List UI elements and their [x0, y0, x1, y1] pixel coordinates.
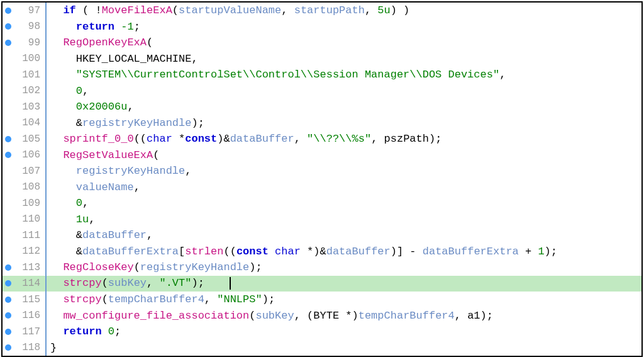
code-line[interactable]: 108 valueName,: [3, 179, 641, 196]
code-line[interactable]: 97 if ( !MoveFileExA(startupValueName, s…: [3, 3, 641, 19]
code-line[interactable]: 109 0,: [3, 195, 641, 212]
line-number: 103: [14, 101, 45, 113]
line-number: 99: [14, 37, 45, 48]
code-content[interactable]: HKEY_LOCAL_MACHINE,: [50, 53, 641, 65]
breakpoint-gutter[interactable]: [3, 23, 14, 30]
breakpoint-gutter[interactable]: [3, 344, 14, 351]
gutter-border: [45, 292, 47, 308]
code-content[interactable]: &dataBuffer,: [50, 229, 641, 241]
gutter-border: [45, 3, 47, 19]
gutter-border: [45, 99, 47, 115]
gutter-border: [45, 51, 47, 67]
code-line[interactable]: 100 HKEY_LOCAL_MACHINE,: [3, 51, 641, 67]
breakpoint-gutter[interactable]: [3, 136, 14, 142]
gutter-border: [45, 131, 47, 147]
code-line[interactable]: 116 mw_configure_file_association(subKey…: [3, 308, 641, 324]
code-line[interactable]: 99 RegOpenKeyExA(: [3, 35, 641, 51]
breakpoint-gutter[interactable]: [3, 280, 14, 286]
code-line[interactable]: 106 RegSetValueExA(: [3, 147, 641, 164]
code-content[interactable]: 0,: [50, 85, 641, 97]
line-number: 111: [14, 230, 45, 241]
gutter-border: [45, 259, 47, 276]
code-content[interactable]: strcpy(tempCharBuffer4, "NNLPS");: [50, 293, 641, 305]
code-content[interactable]: }: [50, 342, 641, 354]
code-content[interactable]: return -1;: [50, 21, 641, 33]
code-line[interactable]: 114 strcpy(subKey, ".VT");: [3, 276, 641, 292]
code-content[interactable]: &dataBufferExtra[strlen((const char *)&d…: [50, 246, 641, 258]
breakpoint-gutter[interactable]: [3, 312, 14, 319]
breakpoint-gutter[interactable]: [3, 297, 14, 303]
code-content[interactable]: return 0;: [50, 326, 641, 337]
code-content[interactable]: sprintf_0_0((char *const)&dataBuffer, "\…: [50, 133, 641, 145]
code-content[interactable]: RegCloseKey(registryKeyHandle);: [50, 261, 641, 273]
code-line[interactable]: 102 0,: [3, 83, 641, 99]
code-line[interactable]: 112 &dataBufferExtra[strlen((const char …: [3, 244, 641, 260]
breakpoint-gutter[interactable]: [3, 264, 14, 271]
gutter-border: [45, 19, 47, 35]
code-line[interactable]: 105 sprintf_0_0((char *const)&dataBuffer…: [3, 131, 641, 147]
breakpoint-icon[interactable]: [5, 23, 11, 30]
line-number: 102: [14, 85, 45, 96]
breakpoint-icon[interactable]: [5, 344, 11, 351]
code-content[interactable]: 0,: [50, 197, 641, 209]
breakpoint-gutter[interactable]: [3, 8, 14, 14]
code-editor[interactable]: 97 if ( !MoveFileExA(startupValueName, s…: [1, 1, 643, 357]
gutter-border: [45, 115, 47, 132]
code-content[interactable]: RegOpenKeyExA(: [50, 37, 641, 48]
gutter-border: [45, 67, 47, 83]
code-line[interactable]: 110 1u,: [3, 212, 641, 228]
code-content[interactable]: "SYSTEM\\CurrentControlSet\\Control\\Ses…: [50, 69, 641, 81]
breakpoint-icon[interactable]: [5, 152, 11, 158]
line-number: 112: [14, 246, 45, 257]
breakpoint-icon[interactable]: [5, 264, 11, 271]
gutter-border: [45, 83, 47, 99]
breakpoint-gutter[interactable]: [3, 40, 14, 46]
breakpoint-icon[interactable]: [5, 8, 11, 14]
breakpoint-icon[interactable]: [5, 297, 11, 303]
breakpoint-gutter[interactable]: [3, 152, 14, 158]
code-content[interactable]: if ( !MoveFileExA(startupValueName, star…: [50, 4, 641, 16]
code-line[interactable]: 103 0x20006u,: [3, 99, 641, 115]
breakpoint-icon[interactable]: [5, 329, 11, 335]
breakpoint-icon[interactable]: [5, 136, 11, 142]
breakpoint-gutter[interactable]: [3, 329, 14, 335]
code-line[interactable]: 107 registryKeyHandle,: [3, 163, 641, 179]
code-line[interactable]: 115 strcpy(tempCharBuffer4, "NNLPS");: [3, 292, 641, 308]
breakpoint-icon[interactable]: [5, 40, 11, 46]
line-number: 100: [14, 53, 45, 64]
gutter-border: [45, 324, 47, 340]
code-line[interactable]: 113 RegCloseKey(registryKeyHandle);: [3, 259, 641, 276]
code-line[interactable]: 104 &registryKeyHandle);: [3, 115, 641, 132]
line-number: 104: [14, 117, 45, 128]
gutter-border: [45, 227, 47, 244]
code-content[interactable]: strcpy(subKey, ".VT");: [50, 277, 641, 290]
code-line[interactable]: 98 return -1;: [3, 19, 641, 35]
code-line[interactable]: 101 "SYSTEM\\CurrentControlSet\\Control\…: [3, 67, 641, 83]
line-number: 118: [14, 342, 45, 353]
line-number: 117: [14, 326, 45, 337]
code-content[interactable]: mw_configure_file_association(subKey, (B…: [50, 310, 641, 322]
line-number: 97: [14, 5, 45, 16]
code-line[interactable]: 117 return 0;: [3, 324, 641, 340]
gutter-border: [45, 163, 47, 179]
code-content[interactable]: 0x20006u,: [50, 101, 641, 113]
breakpoint-icon[interactable]: [5, 312, 11, 319]
gutter-border: [45, 35, 47, 51]
line-number: 114: [14, 278, 45, 289]
code-content[interactable]: valueName,: [50, 181, 641, 193]
line-number: 116: [14, 310, 45, 321]
breakpoint-icon[interactable]: [5, 280, 11, 286]
gutter-border: [45, 340, 47, 356]
code-line[interactable]: 111 &dataBuffer,: [3, 227, 641, 244]
code-content[interactable]: 1u,: [50, 213, 641, 225]
line-number: 109: [14, 198, 45, 209]
line-number: 98: [14, 21, 45, 32]
code-content[interactable]: registryKeyHandle,: [50, 165, 641, 177]
gutter-border: [45, 276, 47, 292]
line-number: 105: [14, 133, 45, 145]
gutter-border: [45, 179, 47, 196]
code-content[interactable]: RegSetValueExA(: [50, 149, 641, 161]
code-line[interactable]: 118}: [3, 340, 641, 356]
line-number: 110: [14, 213, 45, 225]
code-content[interactable]: &registryKeyHandle);: [50, 117, 641, 129]
